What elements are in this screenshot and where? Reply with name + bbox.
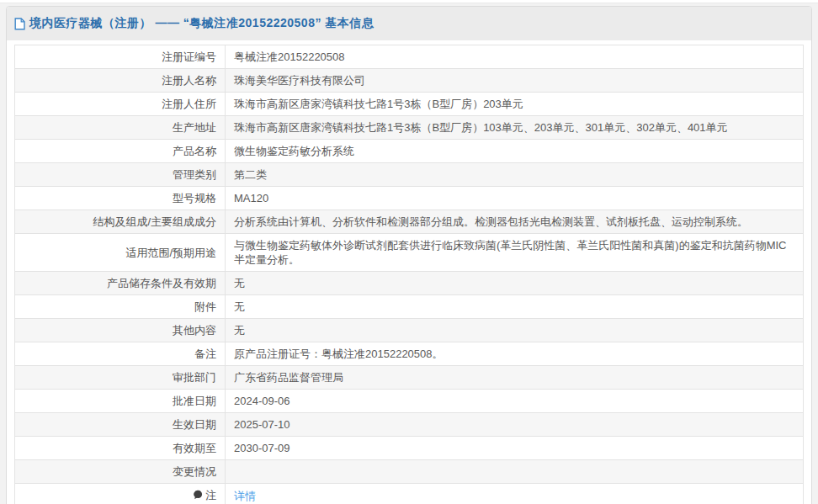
table-row: 注详情 <box>15 484 804 504</box>
field-value-cell: 原产品注册证号：粤械注准20152220508。 <box>226 342 804 366</box>
field-label: 注册人住所 <box>162 98 216 110</box>
table-row: 批准日期2024-09-06 <box>15 390 804 413</box>
table-row: 审批部门广东省药品监督管理局 <box>15 366 804 390</box>
field-label: 注 <box>205 489 216 501</box>
table-row: 生效日期2025-07-10 <box>15 413 804 437</box>
table-row: 附件无 <box>15 295 804 319</box>
field-label-cell: 变更情况 <box>15 460 226 484</box>
field-label-cell: 注册人住所 <box>15 93 226 116</box>
field-value: 原产品注册证号：粤械注准20152220508。 <box>234 347 444 360</box>
field-label: 审批部门 <box>173 371 216 384</box>
table-row: 注册人住所珠海市高新区唐家湾镇科技七路1号3栋（B型厂房）203单元 <box>15 93 804 116</box>
field-label-cell: 审批部门 <box>15 366 226 390</box>
field-label-cell: 有效期至 <box>15 437 226 460</box>
field-value-cell: 无 <box>226 272 804 295</box>
page-top-border <box>0 0 818 3</box>
field-value-cell: MA120 <box>226 187 804 210</box>
field-label: 有效期至 <box>173 442 216 454</box>
document-icon <box>14 18 25 30</box>
field-value: 无 <box>234 324 245 337</box>
field-value-cell: 微生物鉴定药敏分析系统 <box>226 140 804 163</box>
table-row: 变更情况 <box>15 460 804 484</box>
field-value: 粤械注准20152220508 <box>234 50 345 63</box>
field-value: 无 <box>234 300 245 313</box>
table-row: 其他内容无 <box>15 319 804 342</box>
field-label: 生产地址 <box>173 121 216 134</box>
table-row: 注册证编号粤械注准20152220508 <box>15 45 804 69</box>
registration-info-card: 境内医疗器械（注册） —— “粤械注准20152220508” 基本信息 注册证… <box>6 6 812 504</box>
field-value-cell: 第二类 <box>226 163 804 187</box>
field-value: 微生物鉴定药敏分析系统 <box>234 145 354 157</box>
field-value-cell: 广东省药品监督管理局 <box>226 366 804 390</box>
field-label-cell: 生产地址 <box>15 116 226 140</box>
field-value-cell: 珠海市高新区唐家湾镇科技七路1号3栋（B型厂房）103单元、203单元、301单… <box>226 116 804 140</box>
field-label-cell: 附件 <box>15 295 226 319</box>
field-value: 分析系统由计算机、分析软件和检测器部分组成。检测器包括光电检测装置、试剂板托盘、… <box>234 215 748 228</box>
field-label-cell: 注册证编号 <box>15 45 226 69</box>
card-header: 境内医疗器械（注册） —— “粤械注准20152220508” 基本信息 <box>7 7 811 40</box>
field-label-cell: 适用范围/预期用途 <box>15 234 226 272</box>
field-value-cell: 2025-07-10 <box>226 413 804 437</box>
field-label-cell: 管理类别 <box>15 163 226 187</box>
field-label-cell: 产品名称 <box>15 140 226 163</box>
field-value: 珠海市高新区唐家湾镇科技七路1号3栋（B型厂房）203单元 <box>234 98 523 110</box>
field-label-cell: 结构及组成/主要组成成分 <box>15 210 226 234</box>
field-value: 2024-09-06 <box>234 395 290 407</box>
info-table: 注册证编号粤械注准20152220508注册人名称珠海美华医疗科技有限公司注册人… <box>14 45 804 504</box>
field-value: 与微生物鉴定药敏体外诊断试剂配套供进行临床致病菌(革兰氏阴性菌、革兰氏阳性菌和真… <box>234 239 787 266</box>
field-value-cell <box>226 460 804 484</box>
field-label: 其他内容 <box>173 324 216 337</box>
field-label: 注册人名称 <box>162 74 216 87</box>
field-label: 变更情况 <box>173 465 216 478</box>
field-value-cell: 粤械注准20152220508 <box>226 45 804 69</box>
field-value: 珠海市高新区唐家湾镇科技七路1号3栋（B型厂房）103单元、203单元、301单… <box>234 121 728 134</box>
field-label-cell: 批准日期 <box>15 390 226 413</box>
field-label: 产品名称 <box>173 145 216 157</box>
field-value-cell: 珠海美华医疗科技有限公司 <box>226 69 804 93</box>
field-label: 注册证编号 <box>162 50 216 63</box>
field-value: 第二类 <box>234 168 267 181</box>
details-link[interactable]: 详情 <box>234 490 256 502</box>
field-value: 珠海美华医疗科技有限公司 <box>234 74 365 87</box>
field-value: 2025-07-10 <box>234 418 290 431</box>
field-value-cell: 分析系统由计算机、分析软件和检测器部分组成。检测器包括光电检测装置、试剂板托盘、… <box>226 210 804 234</box>
field-value: MA120 <box>234 192 268 204</box>
field-label: 备注 <box>194 347 216 360</box>
field-label: 生效日期 <box>173 418 216 431</box>
field-value: 广东省药品监督管理局 <box>234 371 343 384</box>
table-row: 适用范围/预期用途与微生物鉴定药敏体外诊断试剂配套供进行临床致病菌(革兰氏阴性菌… <box>15 234 804 272</box>
table-row: 结构及组成/主要组成成分分析系统由计算机、分析软件和检测器部分组成。检测器包括光… <box>15 210 804 234</box>
field-value-cell: 珠海市高新区唐家湾镇科技七路1号3栋（B型厂房）203单元 <box>226 93 804 116</box>
table-row: 管理类别第二类 <box>15 163 804 187</box>
table-row: 产品名称微生物鉴定药敏分析系统 <box>15 140 804 163</box>
field-value-cell: 2030-07-09 <box>226 437 804 460</box>
note-icon <box>194 489 203 503</box>
field-label-cell: 产品储存条件及有效期 <box>15 272 226 295</box>
table-row: 注册人名称珠海美华医疗科技有限公司 <box>15 69 804 93</box>
table-row: 生产地址珠海市高新区唐家湾镇科技七路1号3栋（B型厂房）103单元、203单元、… <box>15 116 804 140</box>
info-table-body: 注册证编号粤械注准20152220508注册人名称珠海美华医疗科技有限公司注册人… <box>15 45 804 504</box>
field-value-cell: 与微生物鉴定药敏体外诊断试剂配套供进行临床致病菌(革兰氏阴性菌、革兰氏阳性菌和真… <box>226 234 804 272</box>
field-value: 2030-07-09 <box>234 442 290 454</box>
field-label-cell: 备注 <box>15 342 226 366</box>
field-label: 附件 <box>194 300 216 313</box>
field-value-cell: 无 <box>226 319 804 342</box>
table-row: 备注原产品注册证号：粤械注准20152220508。 <box>15 342 804 366</box>
field-label: 型号规格 <box>173 192 216 204</box>
field-value-cell: 2024-09-06 <box>226 390 804 413</box>
field-value: 无 <box>234 277 245 289</box>
field-label-cell: 注册人名称 <box>15 69 226 93</box>
table-row: 有效期至2030-07-09 <box>15 437 804 460</box>
field-label: 适用范围/预期用途 <box>125 247 216 259</box>
page-title: 境内医疗器械（注册） —— “粤械注准20152220508” 基本信息 <box>29 16 374 31</box>
field-label-cell: 型号规格 <box>15 187 226 210</box>
table-row: 产品储存条件及有效期无 <box>15 272 804 295</box>
field-label-cell: 生效日期 <box>15 413 226 437</box>
field-label-cell: 其他内容 <box>15 319 226 342</box>
field-label-cell: 注 <box>15 484 226 504</box>
table-row: 型号规格MA120 <box>15 187 804 210</box>
field-label: 结构及组成/主要组成成分 <box>93 215 216 228</box>
card-body: 注册证编号粤械注准20152220508注册人名称珠海美华医疗科技有限公司注册人… <box>7 40 811 504</box>
field-value-cell: 详情 <box>226 484 804 504</box>
field-label: 管理类别 <box>173 168 216 181</box>
